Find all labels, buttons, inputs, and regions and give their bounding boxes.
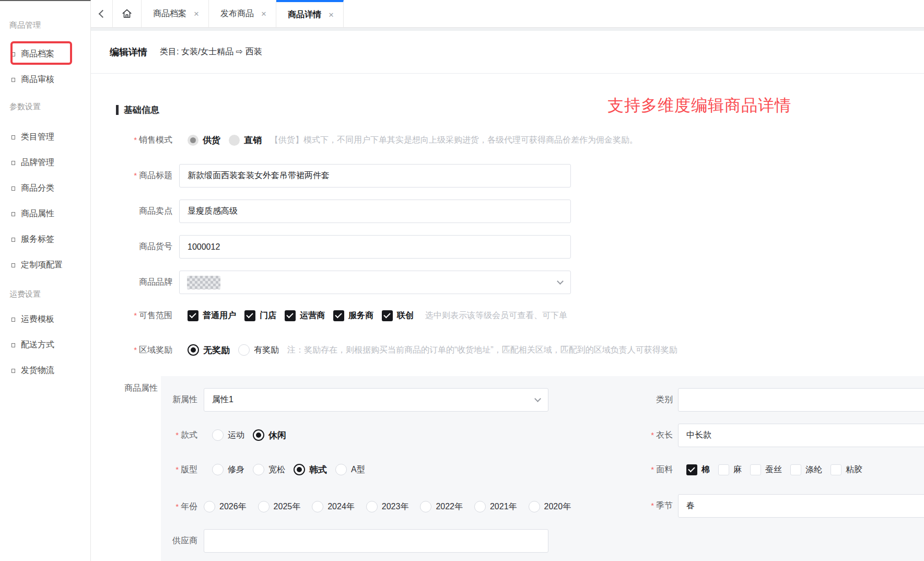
radio-style-sport[interactable]: 运动: [212, 429, 244, 441]
tab-product-detail[interactable]: 商品详情 ×: [276, 0, 344, 27]
row-fabric: 面料 棉 麻 蚕丝 涤纶 粘胶: [601, 458, 862, 482]
radio-year-2025[interactable]: 2025年: [258, 501, 301, 512]
checkbox-checked-icon: [382, 310, 393, 321]
sidebar-item-custom-config[interactable]: 定制项配置: [0, 252, 91, 278]
square-bullet-icon: [11, 263, 15, 267]
field-label: 年份: [131, 501, 197, 512]
brand-select[interactable]: [179, 271, 571, 294]
checkbox-fabric-silk[interactable]: 蚕丝: [750, 464, 782, 475]
sidebar-group-title: 运费设置: [0, 288, 91, 300]
radio-label: 有奖励: [254, 345, 279, 356]
sidebar-item-brand-mgmt[interactable]: 品牌管理: [0, 150, 91, 176]
row-selling-point: 商品卖点 显瘦质感高级: [94, 200, 571, 223]
sidebar-item-service-tag[interactable]: 服务标签: [0, 227, 91, 252]
row-sales-mode: 销售模式 供货 直销 【供货】模式下，不同用户下单其实是想向上级采购进货，各级代…: [94, 128, 638, 152]
checkbox-checked-icon: [244, 310, 255, 321]
radio-fit-slim[interactable]: 修身: [212, 464, 244, 475]
checkbox-normal-user[interactable]: 普通用户: [188, 310, 236, 321]
sidebar-item-product-class[interactable]: 商品分类: [0, 176, 91, 201]
radio-unselected-icon: [420, 501, 431, 512]
tab-label: 发布商品: [220, 8, 254, 19]
radio-selected-icon: [188, 344, 199, 356]
checkbox-checked-icon: [333, 310, 344, 321]
radio-supply-mode[interactable]: 供货: [188, 134, 220, 146]
home-icon: [121, 8, 133, 19]
square-bullet-icon: [11, 78, 15, 82]
radio-fit-a-line[interactable]: A型: [335, 464, 365, 475]
checkbox-unchecked-icon: [718, 464, 729, 475]
masked-brand-value: [187, 276, 220, 289]
radio-year-2026[interactable]: 2026年: [204, 501, 247, 512]
sidebar-item-product-review[interactable]: 商品审核: [0, 67, 91, 92]
season-input[interactable]: 春: [678, 494, 924, 518]
sidebar: 商品管理 商品档案 商品审核 参数设置 类目管理 品牌管理: [0, 0, 91, 561]
section-bar-icon: [116, 105, 119, 115]
field-label: 商品品牌: [94, 277, 172, 288]
radio-no-reward[interactable]: 无奖励: [188, 344, 230, 356]
sidebar-item-product-attr[interactable]: 商品属性: [0, 201, 91, 227]
sidebar-item-label: 品牌管理: [21, 157, 54, 168]
close-icon[interactable]: ×: [261, 9, 266, 18]
radio-year-2020[interactable]: 2020年: [529, 501, 571, 512]
sidebar-item-category-mgmt[interactable]: 类目管理: [0, 124, 91, 150]
radio-year-2022[interactable]: 2022年: [420, 501, 463, 512]
field-label: 商品标题: [94, 170, 172, 181]
checkbox-label: 粘胶: [846, 464, 862, 475]
field-label: 类别: [601, 394, 673, 405]
radio-label: 韩式: [309, 464, 327, 476]
radio-unselected-icon: [474, 501, 486, 512]
radio-direct-mode[interactable]: 直销: [229, 134, 262, 146]
radio-year-2023[interactable]: 2023年: [366, 501, 409, 512]
checkbox-fabric-linen[interactable]: 麻: [718, 464, 742, 475]
checkbox-fabric-viscose[interactable]: 粘胶: [831, 464, 862, 475]
radio-label: 2025年: [274, 501, 301, 512]
new-attribute-select[interactable]: 属性1: [204, 388, 548, 412]
sidebar-item-label: 服务标签: [21, 234, 54, 245]
checkbox-unchecked-icon: [750, 464, 761, 475]
radio-unselected-icon: [529, 501, 540, 512]
radio-year-2021[interactable]: 2021年: [474, 501, 517, 512]
field-label: 供应商: [131, 535, 197, 546]
garment-length-input[interactable]: 中长款: [678, 424, 924, 447]
radio-fit-korean[interactable]: 韩式: [294, 464, 327, 476]
checkbox-service-provider[interactable]: 服务商: [333, 310, 373, 321]
sidebar-item-delivery-method[interactable]: 配送方式: [0, 332, 91, 358]
product-title-input[interactable]: 新款缎面西装套装女外套吊带裙两件套: [179, 164, 571, 188]
checkbox-store[interactable]: 门店: [244, 310, 276, 321]
checkbox-fabric-cotton[interactable]: 棉: [686, 464, 710, 475]
checkbox-fabric-polyester[interactable]: 涤纶: [790, 464, 822, 475]
home-tab[interactable]: [113, 0, 142, 27]
category-input[interactable]: [678, 388, 924, 412]
sidebar-item-freight-template[interactable]: 运费模板: [0, 307, 91, 332]
radio-style-casual[interactable]: 休闲: [253, 429, 286, 441]
page-header: 编辑详情 类目: 女装/女士精品 ⇨ 西装: [91, 31, 924, 74]
radio-unselected-icon: [258, 501, 270, 512]
sidebar-item-label: 运费模板: [21, 314, 54, 325]
radio-label: A型: [351, 464, 365, 475]
close-icon[interactable]: ×: [329, 10, 334, 19]
sidebar-item-label: 商品属性: [21, 208, 54, 219]
radio-has-reward[interactable]: 有奖励: [238, 344, 279, 356]
checkbox-co-founder[interactable]: 联创: [382, 310, 414, 321]
supplier-input[interactable]: [204, 529, 548, 553]
chevron-left-icon: [99, 9, 107, 18]
radio-unselected-icon: [366, 501, 378, 512]
tab-label: 商品档案: [153, 8, 186, 19]
radio-label: 2020年: [544, 501, 571, 512]
tab-publish-product[interactable]: 发布商品 ×: [209, 0, 276, 27]
tab-product-archive[interactable]: 商品档案 ×: [142, 0, 209, 27]
row-fit: 版型 修身 宽松 韩式 A型: [131, 458, 365, 482]
radio-fit-loose[interactable]: 宽松: [253, 464, 285, 475]
selling-point-input[interactable]: 显瘦质感高级: [179, 200, 571, 223]
tabs-back-button[interactable]: [91, 0, 113, 27]
sidebar-item-shipping-logistics[interactable]: 发货物流: [0, 358, 91, 383]
checkbox-operator[interactable]: 运营商: [285, 310, 325, 321]
close-icon[interactable]: ×: [194, 9, 199, 18]
checkbox-label: 普通用户: [203, 310, 236, 321]
chevron-down-icon: [557, 278, 564, 285]
sidebar-item-product-archive[interactable]: 商品档案: [0, 41, 91, 67]
radio-year-2024[interactable]: 2024年: [312, 501, 355, 512]
item-number-input[interactable]: 1000012: [179, 235, 571, 259]
category-breadcrumb: 类目: 女装/女士精品 ⇨ 西装: [160, 46, 262, 57]
sidebar-item-label: 商品审核: [21, 74, 54, 85]
